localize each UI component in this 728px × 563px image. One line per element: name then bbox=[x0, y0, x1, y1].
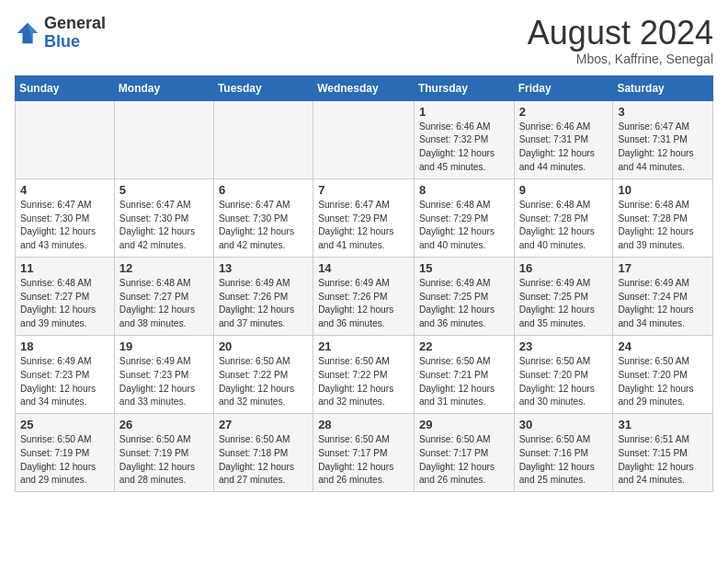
day-number: 16 bbox=[519, 261, 609, 275]
day-info: Sunrise: 6:50 AM Sunset: 7:19 PM Dayligh… bbox=[20, 433, 109, 488]
column-header-saturday: Saturday bbox=[613, 75, 713, 100]
page-header: General Blue August 2024 Mbos, Kaffrine,… bbox=[15, 15, 713, 66]
calendar-cell: 7Sunrise: 6:47 AM Sunset: 7:29 PM Daylig… bbox=[313, 178, 415, 257]
calendar-cell bbox=[213, 100, 313, 178]
day-info: Sunrise: 6:47 AM Sunset: 7:29 PM Dayligh… bbox=[318, 199, 409, 253]
calendar-cell: 9Sunrise: 6:48 AM Sunset: 7:28 PM Daylig… bbox=[514, 178, 613, 257]
day-number: 17 bbox=[618, 261, 708, 275]
day-info: Sunrise: 6:48 AM Sunset: 7:28 PM Dayligh… bbox=[618, 199, 708, 253]
day-info: Sunrise: 6:49 AM Sunset: 7:25 PM Dayligh… bbox=[519, 277, 609, 331]
day-info: Sunrise: 6:50 AM Sunset: 7:17 PM Dayligh… bbox=[318, 433, 409, 488]
calendar-cell: 28Sunrise: 6:50 AM Sunset: 7:17 PM Dayli… bbox=[313, 414, 415, 492]
calendar-week-2: 4Sunrise: 6:47 AM Sunset: 7:30 PM Daylig… bbox=[16, 178, 713, 257]
calendar-cell: 30Sunrise: 6:50 AM Sunset: 7:16 PM Dayli… bbox=[514, 414, 613, 492]
title-block: August 2024 Mbos, Kaffrine, Senegal bbox=[528, 15, 713, 66]
column-header-monday: Monday bbox=[114, 75, 213, 100]
calendar-cell: 5Sunrise: 6:47 AM Sunset: 7:30 PM Daylig… bbox=[114, 178, 213, 257]
calendar-cell: 31Sunrise: 6:51 AM Sunset: 7:15 PM Dayli… bbox=[613, 414, 713, 492]
calendar-week-1: 1Sunrise: 6:46 AM Sunset: 7:32 PM Daylig… bbox=[16, 100, 713, 178]
column-header-wednesday: Wednesday bbox=[313, 75, 415, 100]
day-number: 6 bbox=[219, 183, 308, 197]
calendar-cell: 16Sunrise: 6:49 AM Sunset: 7:25 PM Dayli… bbox=[514, 257, 613, 335]
day-number: 27 bbox=[219, 418, 308, 431]
day-number: 15 bbox=[419, 261, 509, 275]
calendar-week-3: 11Sunrise: 6:48 AM Sunset: 7:27 PM Dayli… bbox=[16, 257, 713, 335]
day-info: Sunrise: 6:50 AM Sunset: 7:20 PM Dayligh… bbox=[519, 355, 609, 409]
day-info: Sunrise: 6:50 AM Sunset: 7:21 PM Dayligh… bbox=[419, 355, 509, 409]
day-info: Sunrise: 6:50 AM Sunset: 7:17 PM Dayligh… bbox=[419, 433, 509, 488]
day-info: Sunrise: 6:49 AM Sunset: 7:25 PM Dayligh… bbox=[419, 277, 509, 331]
day-number: 7 bbox=[318, 183, 409, 197]
day-number: 3 bbox=[618, 105, 708, 119]
day-info: Sunrise: 6:51 AM Sunset: 7:15 PM Dayligh… bbox=[618, 433, 708, 488]
logo: General Blue bbox=[15, 15, 106, 52]
day-info: Sunrise: 6:50 AM Sunset: 7:22 PM Dayligh… bbox=[318, 355, 409, 409]
calendar-cell: 17Sunrise: 6:49 AM Sunset: 7:24 PM Dayli… bbox=[613, 257, 713, 335]
day-number: 12 bbox=[119, 261, 209, 275]
calendar-subtitle: Mbos, Kaffrine, Senegal bbox=[528, 52, 713, 66]
calendar-cell bbox=[16, 100, 115, 178]
calendar-cell: 18Sunrise: 6:49 AM Sunset: 7:23 PM Dayli… bbox=[16, 335, 115, 413]
calendar-header-row: SundayMondayTuesdayWednesdayThursdayFrid… bbox=[16, 75, 713, 100]
calendar-cell: 4Sunrise: 6:47 AM Sunset: 7:30 PM Daylig… bbox=[16, 178, 115, 257]
day-info: Sunrise: 6:50 AM Sunset: 7:16 PM Dayligh… bbox=[519, 433, 609, 488]
logo-text: General Blue bbox=[44, 15, 106, 52]
day-number: 1 bbox=[419, 105, 509, 119]
calendar-cell: 25Sunrise: 6:50 AM Sunset: 7:19 PM Dayli… bbox=[16, 414, 115, 492]
column-header-friday: Friday bbox=[514, 75, 613, 100]
day-number: 22 bbox=[419, 339, 509, 353]
day-number: 9 bbox=[519, 183, 609, 197]
day-number: 31 bbox=[618, 418, 708, 431]
day-info: Sunrise: 6:48 AM Sunset: 7:27 PM Dayligh… bbox=[119, 277, 209, 331]
calendar-title: August 2024 bbox=[528, 15, 713, 52]
day-info: Sunrise: 6:50 AM Sunset: 7:20 PM Dayligh… bbox=[618, 355, 708, 409]
calendar-cell: 13Sunrise: 6:49 AM Sunset: 7:26 PM Dayli… bbox=[213, 257, 313, 335]
calendar-cell: 1Sunrise: 6:46 AM Sunset: 7:32 PM Daylig… bbox=[414, 100, 514, 178]
day-number: 30 bbox=[519, 418, 609, 431]
day-number: 14 bbox=[318, 261, 409, 275]
calendar-cell bbox=[114, 100, 213, 178]
column-header-sunday: Sunday bbox=[16, 75, 115, 100]
day-info: Sunrise: 6:49 AM Sunset: 7:24 PM Dayligh… bbox=[618, 277, 708, 331]
day-info: Sunrise: 6:47 AM Sunset: 7:30 PM Dayligh… bbox=[20, 199, 109, 253]
calendar-cell: 10Sunrise: 6:48 AM Sunset: 7:28 PM Dayli… bbox=[613, 178, 713, 257]
calendar-cell: 22Sunrise: 6:50 AM Sunset: 7:21 PM Dayli… bbox=[414, 335, 514, 413]
calendar-cell bbox=[313, 100, 415, 178]
column-header-tuesday: Tuesday bbox=[213, 75, 313, 100]
day-info: Sunrise: 6:48 AM Sunset: 7:27 PM Dayligh… bbox=[20, 277, 109, 331]
day-number: 19 bbox=[119, 339, 209, 353]
day-number: 24 bbox=[618, 339, 708, 353]
calendar-body: 1Sunrise: 6:46 AM Sunset: 7:32 PM Daylig… bbox=[16, 100, 713, 492]
day-info: Sunrise: 6:47 AM Sunset: 7:30 PM Dayligh… bbox=[119, 199, 209, 253]
day-info: Sunrise: 6:48 AM Sunset: 7:29 PM Dayligh… bbox=[419, 199, 509, 253]
day-number: 23 bbox=[519, 339, 609, 353]
calendar-cell: 2Sunrise: 6:46 AM Sunset: 7:31 PM Daylig… bbox=[514, 100, 613, 178]
day-info: Sunrise: 6:50 AM Sunset: 7:18 PM Dayligh… bbox=[219, 433, 308, 488]
day-number: 13 bbox=[219, 261, 308, 275]
day-info: Sunrise: 6:46 AM Sunset: 7:31 PM Dayligh… bbox=[519, 121, 609, 175]
calendar-cell: 3Sunrise: 6:47 AM Sunset: 7:31 PM Daylig… bbox=[613, 100, 713, 178]
calendar-week-5: 25Sunrise: 6:50 AM Sunset: 7:19 PM Dayli… bbox=[16, 414, 713, 492]
day-info: Sunrise: 6:50 AM Sunset: 7:19 PM Dayligh… bbox=[119, 433, 209, 488]
calendar-cell: 23Sunrise: 6:50 AM Sunset: 7:20 PM Dayli… bbox=[514, 335, 613, 413]
calendar-cell: 6Sunrise: 6:47 AM Sunset: 7:30 PM Daylig… bbox=[213, 178, 313, 257]
column-header-thursday: Thursday bbox=[414, 75, 514, 100]
calendar-cell: 19Sunrise: 6:49 AM Sunset: 7:23 PM Dayli… bbox=[114, 335, 213, 413]
calendar-cell: 27Sunrise: 6:50 AM Sunset: 7:18 PM Dayli… bbox=[213, 414, 313, 492]
calendar-week-4: 18Sunrise: 6:49 AM Sunset: 7:23 PM Dayli… bbox=[16, 335, 713, 413]
day-number: 25 bbox=[20, 418, 109, 431]
day-info: Sunrise: 6:48 AM Sunset: 7:28 PM Dayligh… bbox=[519, 199, 609, 253]
day-number: 8 bbox=[419, 183, 509, 197]
day-number: 10 bbox=[618, 183, 708, 197]
day-info: Sunrise: 6:50 AM Sunset: 7:22 PM Dayligh… bbox=[219, 355, 308, 409]
calendar-cell: 24Sunrise: 6:50 AM Sunset: 7:20 PM Dayli… bbox=[613, 335, 713, 413]
calendar-cell: 11Sunrise: 6:48 AM Sunset: 7:27 PM Dayli… bbox=[16, 257, 115, 335]
day-number: 2 bbox=[519, 105, 609, 119]
day-info: Sunrise: 6:46 AM Sunset: 7:32 PM Dayligh… bbox=[419, 121, 509, 175]
day-number: 28 bbox=[318, 418, 409, 431]
calendar-cell: 8Sunrise: 6:48 AM Sunset: 7:29 PM Daylig… bbox=[414, 178, 514, 257]
calendar-cell: 12Sunrise: 6:48 AM Sunset: 7:27 PM Dayli… bbox=[114, 257, 213, 335]
calendar-cell: 26Sunrise: 6:50 AM Sunset: 7:19 PM Dayli… bbox=[114, 414, 213, 492]
day-info: Sunrise: 6:49 AM Sunset: 7:23 PM Dayligh… bbox=[20, 355, 109, 409]
day-number: 26 bbox=[119, 418, 209, 431]
